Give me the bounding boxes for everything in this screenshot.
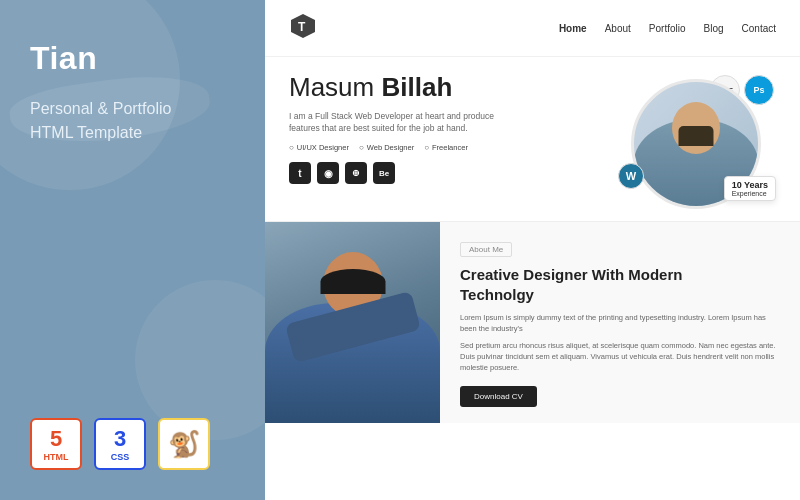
css3-badge: 3 CSS [94, 418, 146, 470]
hero-name: Masum Billah [289, 73, 596, 102]
html5-icon: 5 [50, 426, 62, 452]
social-icons: t ◉ ⊕ Be [289, 162, 596, 184]
mailchimp-badge: 🐒 [158, 418, 210, 470]
website-mockup: T Home About Portfolio Blog Contact Masu… [265, 0, 800, 500]
about-content: About Me Creative Designer With Modern T… [440, 222, 800, 423]
about-photo-inner [265, 222, 440, 423]
mailchimp-icon: 🐒 [168, 429, 200, 460]
about-tag: About Me [460, 242, 512, 257]
about-section: About Me Creative Designer With Modern T… [265, 221, 800, 423]
left-panel: Tian Personal & Portfolio HTML Template … [0, 0, 265, 500]
hero-left: Masum Billah I am a Full Stack Web Devel… [289, 73, 616, 209]
nav-links: Home About Portfolio Blog Contact [559, 23, 776, 34]
hero-tag-uiux: UI/UX Designer [289, 143, 349, 152]
site-logo: T [289, 12, 317, 44]
html5-badge: 5 HTML [30, 418, 82, 470]
about-para1: Lorem Ipsum is simply dummy text of the … [460, 312, 780, 335]
hero-name-bold: Billah [381, 72, 452, 102]
mockup-nav: T Home About Portfolio Blog Contact [265, 0, 800, 57]
nav-about[interactable]: About [605, 23, 631, 34]
hero-tag-freelancer: Freelancer [424, 143, 468, 152]
experience-label: Experience [732, 190, 767, 197]
nav-contact[interactable]: Contact [742, 23, 776, 34]
hero-right: Ps PDF W 10 Years Experience [616, 73, 776, 209]
nav-portfolio[interactable]: Portfolio [649, 23, 686, 34]
experience-years: 10 Years [732, 180, 768, 190]
hero-tags: UI/UX Designer Web Designer Freelancer [289, 143, 596, 152]
social-github[interactable]: ⊕ [345, 162, 367, 184]
social-twitter[interactable]: t [289, 162, 311, 184]
about-para2: Sed pretium arcu rhoncus risus aliquet, … [460, 340, 780, 374]
download-cv-button[interactable]: Download CV [460, 386, 537, 407]
template-title: Tian [30, 40, 235, 77]
float-wordpress-icon: W [618, 163, 644, 189]
hero-tag-webdesign: Web Designer [359, 143, 414, 152]
right-panel: T Home About Portfolio Blog Contact Masu… [265, 0, 800, 500]
hero-name-light: Masum [289, 72, 381, 102]
social-instagram[interactable]: ◉ [317, 162, 339, 184]
hero-section: Masum Billah I am a Full Stack Web Devel… [265, 57, 800, 221]
css3-icon: 3 [114, 426, 126, 452]
social-behance[interactable]: Be [373, 162, 395, 184]
about-photo [265, 222, 440, 423]
tech-badges: 5 HTML 3 CSS 🐒 [30, 418, 210, 470]
about-title: Creative Designer With Modern Technolgy [460, 265, 780, 304]
nav-home[interactable]: Home [559, 23, 587, 34]
experience-badge: 10 Years Experience [724, 176, 776, 201]
template-subtitle: Personal & Portfolio HTML Template [30, 97, 235, 145]
nav-blog[interactable]: Blog [704, 23, 724, 34]
svg-text:T: T [298, 20, 306, 34]
float-ps-icon: Ps [744, 75, 774, 105]
hero-description: I am a Full Stack Web Developer at heart… [289, 110, 509, 136]
